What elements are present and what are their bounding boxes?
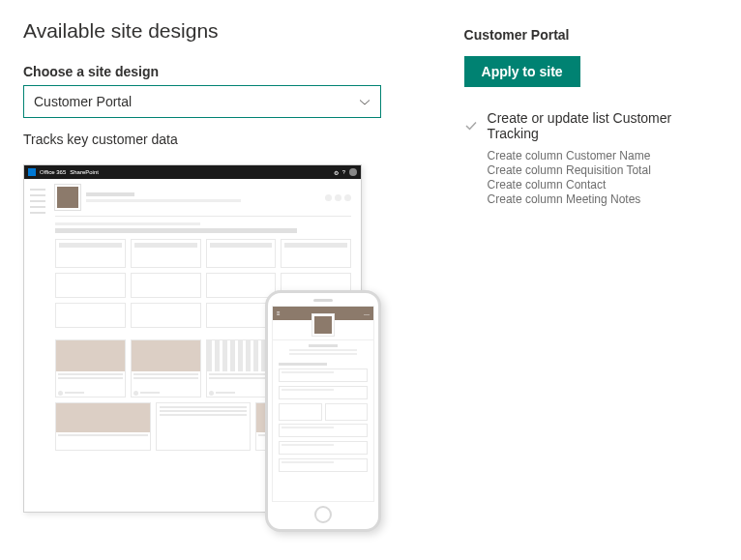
design-dropdown-value: Customer Portal [34,94,132,109]
site-logo [312,314,334,336]
chevron-down-icon [359,96,370,107]
design-description: Tracks key customer data [23,132,422,147]
preview-nav [24,179,51,512]
design-dropdown[interactable]: Customer Portal [23,85,381,118]
checkmark-icon [464,119,478,133]
action-item: Create or update list Customer Tracking [464,110,722,141]
suite-brand-2: SharePoint [70,169,99,175]
action-label: Create or update list Customer Tracking [488,110,722,141]
detail-title: Customer Portal [464,27,722,43]
waffle-icon [28,168,36,176]
design-preview: Office 365 SharePoint ⚙ ? [23,164,381,532]
header-icon: ⚙ [334,169,339,176]
apply-to-site-button[interactable]: Apply to site [464,56,580,87]
phone-home-icon [314,506,332,523]
design-field-label: Choose a site design [23,64,422,79]
avatar [349,168,357,176]
preview-phone: ≡⋯ [265,290,381,532]
sub-action: Create column Customer Name [488,149,722,162]
site-logo [55,185,80,210]
suite-brand-1: Office 365 [40,169,66,175]
sub-action: Create column Meeting Notes [488,192,722,206]
sub-action: Create column Contact [488,178,722,192]
sub-action: Create column Requisition Total [488,163,722,177]
header-icon: ? [342,169,345,175]
page-title: Available site designs [23,19,422,43]
